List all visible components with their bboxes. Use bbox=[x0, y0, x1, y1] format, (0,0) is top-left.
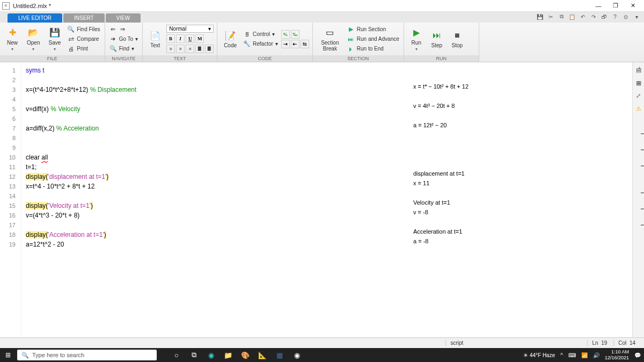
tab-view[interactable]: VIEW bbox=[106, 13, 141, 23]
section-marker[interactable] bbox=[641, 225, 645, 226]
app-icon-2[interactable]: ▦ bbox=[275, 350, 284, 360]
output-line: Velocity at t=1 bbox=[413, 198, 450, 207]
find-button[interactable]: 🔍Find ▾ bbox=[108, 45, 140, 53]
output-right-icon[interactable]: ▦ bbox=[634, 78, 643, 87]
uncomment-button[interactable]: ‰ bbox=[291, 30, 299, 39]
list-ul-button[interactable]: ≣ bbox=[195, 45, 204, 53]
code-line[interactable] bbox=[26, 95, 404, 104]
file-explorer-icon[interactable]: 📁 bbox=[223, 350, 233, 360]
section-marker[interactable] bbox=[641, 192, 645, 193]
code-editor[interactable]: syms t x=(t^4-10*t^2+8*t+12) % Displacem… bbox=[21, 62, 408, 337]
outdent-button[interactable]: ⇤ bbox=[291, 40, 299, 48]
taskbar-search[interactable]: 🔍 Type here to search bbox=[17, 350, 157, 360]
tray-volume-icon[interactable]: 🔊 bbox=[593, 352, 599, 358]
code-button[interactable]: 📝Code bbox=[221, 28, 240, 49]
chrome-icon[interactable]: ◉ bbox=[292, 350, 302, 360]
tray-chevron-icon[interactable]: ^ bbox=[560, 352, 563, 358]
undo-icon[interactable]: ↶ bbox=[579, 12, 587, 21]
monospace-button[interactable]: M bbox=[195, 34, 204, 43]
tray-clock[interactable]: 1:10 AM 12/16/2021 bbox=[605, 349, 629, 361]
code-line[interactable]: v=(4*t^3 - 20*t + 8) bbox=[26, 211, 404, 220]
code-line[interactable]: a=diff(x,2) % Acceleration bbox=[26, 124, 404, 133]
code-line[interactable] bbox=[26, 133, 404, 143]
minimize-button[interactable]: — bbox=[595, 2, 602, 10]
cut-icon[interactable]: ✂ bbox=[546, 12, 555, 21]
matlab-icon[interactable]: 📐 bbox=[258, 350, 267, 360]
save-button[interactable]: 💾Save▾ bbox=[45, 26, 64, 53]
code-line[interactable]: clear all bbox=[26, 153, 404, 162]
app-icon-1[interactable]: 🎨 bbox=[240, 350, 250, 360]
compare-button[interactable]: ⮂Compare bbox=[66, 35, 101, 44]
run-advance-button[interactable]: ⏭Run and Advance bbox=[346, 35, 400, 44]
nav-back-button[interactable]: ⇐⇒ bbox=[108, 25, 140, 34]
section-marker[interactable] bbox=[641, 165, 645, 166]
code-line[interactable] bbox=[26, 114, 404, 124]
section-marker[interactable] bbox=[641, 208, 645, 209]
tray-keyboard-icon[interactable]: ⌨ bbox=[568, 352, 576, 358]
goto-button[interactable]: ➔Go To ▾ bbox=[108, 35, 140, 44]
code-line[interactable]: display('Acceleration at t=1') bbox=[26, 230, 404, 240]
code-line[interactable]: x=(t^4-10*t^2+8*t+12) % Displacement bbox=[26, 85, 404, 95]
tray-wifi-icon[interactable]: 📶 bbox=[581, 352, 588, 358]
weather-widget[interactable]: ☀ 44°F Haze bbox=[523, 352, 555, 358]
section-break-button[interactable]: ▭Section Break bbox=[316, 26, 344, 53]
stop-button[interactable]: ■Stop bbox=[448, 28, 466, 49]
code-line[interactable]: x=t^4 - 10*t^2 + 8*t + 12 bbox=[26, 182, 404, 191]
tab-live-editor[interactable]: LIVE EDITOR bbox=[8, 13, 62, 23]
align-right-button[interactable]: ≡ bbox=[186, 45, 194, 53]
notifications-icon[interactable]: 💬 bbox=[634, 352, 641, 358]
align-center-button[interactable]: ≡ bbox=[176, 45, 185, 53]
tab-insert[interactable]: INSERT bbox=[63, 13, 105, 23]
indent-button[interactable]: ⇥ bbox=[281, 40, 290, 48]
close-button[interactable]: ✕ bbox=[629, 2, 636, 10]
text-style-dropdown[interactable]: Normal▾ bbox=[166, 25, 214, 33]
code-line[interactable]: syms t bbox=[26, 66, 404, 75]
comment-button[interactable]: % bbox=[281, 30, 290, 39]
code-line[interactable] bbox=[26, 143, 404, 153]
redo-icon[interactable]: ↷ bbox=[589, 12, 598, 21]
switch-windows-icon[interactable]: 🗗 bbox=[600, 12, 609, 21]
output-expand-icon[interactable]: ⤢ bbox=[634, 91, 643, 100]
find-files-button[interactable]: 🔍Find Files bbox=[66, 25, 101, 34]
control-button[interactable]: 🎚Control ▾ bbox=[242, 30, 279, 39]
code-line[interactable] bbox=[26, 191, 404, 201]
refactor-button[interactable]: 🔧Refactor ▾ bbox=[242, 40, 279, 48]
align-left-button[interactable]: ≡ bbox=[166, 45, 175, 53]
expand-ribbon-icon[interactable]: ▾ bbox=[632, 12, 641, 21]
step-button[interactable]: ⏭Step bbox=[428, 28, 446, 49]
run-to-end-button[interactable]: ⏵Run to End bbox=[346, 45, 400, 53]
code-line[interactable] bbox=[26, 220, 404, 230]
task-view-icon[interactable]: ⧉ bbox=[189, 350, 199, 360]
copy-icon[interactable]: ⧉ bbox=[557, 12, 566, 21]
edge-icon[interactable]: ◉ bbox=[206, 350, 216, 360]
paste-icon[interactable]: 📋 bbox=[568, 12, 576, 21]
save-quick-icon[interactable]: 💾 bbox=[536, 12, 544, 21]
code-line[interactable]: display('displacement at t=1') bbox=[26, 172, 404, 182]
line-number: 8 bbox=[0, 133, 16, 143]
code-line[interactable] bbox=[26, 75, 404, 85]
cortana-icon[interactable]: ○ bbox=[172, 350, 181, 360]
section-marker[interactable] bbox=[641, 133, 645, 134]
code-line[interactable]: t=1; bbox=[26, 162, 404, 172]
print-button[interactable]: 🖨Print bbox=[66, 45, 101, 53]
code-line[interactable]: v=diff(x) % Velocity bbox=[26, 104, 404, 114]
help-icon[interactable]: ? bbox=[611, 12, 619, 21]
smart-indent-button[interactable]: ⇆ bbox=[301, 40, 309, 48]
section-marker[interactable] bbox=[641, 149, 645, 150]
italic-button[interactable]: I bbox=[176, 34, 185, 43]
start-button[interactable]: ⊞ bbox=[3, 350, 13, 360]
code-line[interactable]: display('Velocity at t=1') bbox=[26, 201, 404, 211]
run-button[interactable]: ▶Run▾ bbox=[407, 26, 426, 53]
text-button[interactable]: 📄Text bbox=[146, 28, 164, 49]
open-button[interactable]: 📂Open▾ bbox=[24, 26, 43, 53]
more-icon[interactable]: ⊙ bbox=[621, 12, 630, 21]
new-button[interactable]: ✚New▾ bbox=[3, 26, 21, 53]
bold-button[interactable]: B bbox=[166, 34, 175, 43]
code-line[interactable]: a=12*t^2 - 20 bbox=[26, 240, 404, 249]
warning-indicator-icon[interactable]: ⚠ bbox=[634, 104, 643, 113]
underline-button[interactable]: U bbox=[186, 34, 194, 43]
collapse-ribbon-icon[interactable]: ▴ bbox=[638, 64, 641, 70]
maximize-button[interactable]: ❐ bbox=[612, 2, 619, 10]
list-ol-button[interactable]: ≣ bbox=[205, 45, 214, 53]
run-section-button[interactable]: ▶Run Section bbox=[346, 25, 400, 34]
